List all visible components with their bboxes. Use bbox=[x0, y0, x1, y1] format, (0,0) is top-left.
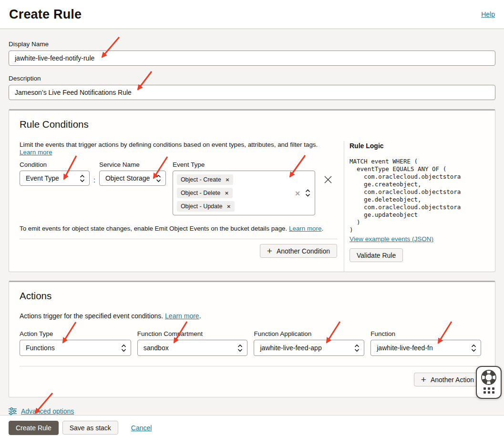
actions-learn-more-link[interactable]: Learn more bbox=[165, 312, 199, 320]
cancel-link[interactable]: Cancel bbox=[131, 424, 152, 432]
conditions-learn-more-link[interactable]: Learn more bbox=[20, 149, 52, 156]
event-type-tag: Object - Update ✕ bbox=[177, 201, 235, 212]
condition-select[interactable]: Event Type bbox=[20, 171, 90, 186]
page-header: Create Rule Help bbox=[0, 0, 504, 29]
tag-remove-icon[interactable]: ✕ bbox=[226, 204, 230, 209]
tag-remove-icon[interactable]: ✕ bbox=[226, 177, 229, 183]
action-type-value: Functions bbox=[26, 344, 55, 352]
chevron-up-down-icon bbox=[156, 174, 161, 183]
rule-conditions-intro: Limit the events that trigger actions by… bbox=[20, 141, 337, 156]
description-label: Description bbox=[9, 75, 495, 82]
create-rule-page: Create Rule Help Display Name Descriptio… bbox=[0, 0, 504, 436]
emit-events-note-text: To emit events for object state changes,… bbox=[20, 225, 287, 232]
another-condition-button[interactable]: + Another Condition bbox=[260, 244, 337, 258]
function-application-select[interactable]: jawhite-live-feed-app bbox=[254, 340, 364, 356]
event-type-tag: Object - Delete ✕ bbox=[177, 188, 233, 198]
emit-events-note: To emit events for object state changes,… bbox=[20, 225, 337, 232]
chevron-up-down-icon bbox=[471, 344, 476, 352]
page-title: Create Rule bbox=[9, 7, 82, 22]
tag-label: Object - Delete bbox=[181, 190, 220, 196]
function-compartment-label: Function Compartment bbox=[137, 330, 248, 337]
advanced-options-link[interactable]: Advanced options bbox=[21, 407, 74, 415]
tag-label: Object - Create bbox=[181, 176, 221, 183]
service-name-label: Service Name bbox=[99, 161, 166, 168]
main-content: Display Name Description Rule Conditions… bbox=[0, 29, 504, 415]
actions-intro: Actions trigger for the specified event … bbox=[20, 312, 481, 320]
function-value: jawhite-live-feed-fn bbox=[377, 344, 433, 352]
condition-value: Event Type bbox=[26, 174, 59, 182]
function-application-value: jawhite-live-feed-app bbox=[260, 344, 321, 352]
sliders-icon bbox=[9, 407, 17, 415]
rule-logic-code: MATCH event WHERE ( eventType EQUALS ANY… bbox=[350, 158, 490, 234]
plus-icon: + bbox=[421, 375, 426, 384]
rule-logic-title: Rule Logic bbox=[350, 142, 490, 150]
clear-x-icon[interactable]: ✕ bbox=[295, 189, 300, 197]
condition-separator: : bbox=[93, 176, 95, 184]
another-condition-label: Another Condition bbox=[277, 247, 330, 255]
conditions-divider bbox=[20, 239, 337, 239]
function-group: Function jawhite-live-feed-fn bbox=[370, 330, 481, 356]
chevron-up-down-icon bbox=[237, 344, 243, 352]
action-type-label: Action Type bbox=[20, 330, 131, 337]
chevron-up-down-icon bbox=[121, 344, 126, 352]
condition-label: Condition bbox=[20, 161, 90, 168]
validate-rule-button[interactable]: Validate Rule bbox=[350, 248, 403, 262]
validate-rule-label: Validate Rule bbox=[357, 252, 396, 259]
actions-intro-suffix: . bbox=[199, 312, 201, 320]
view-example-events-link[interactable]: View example events (JSON) bbox=[350, 235, 433, 243]
another-action-label: Another Action bbox=[431, 376, 474, 384]
tag-label: Object - Update bbox=[181, 203, 223, 210]
function-label: Function bbox=[370, 330, 481, 337]
note-suffix: . bbox=[321, 225, 323, 232]
footer-bar: Create Rule Save as stack Cancel bbox=[0, 415, 504, 436]
function-select[interactable]: jawhite-live-feed-fn bbox=[370, 340, 481, 356]
event-type-group: Event Type Object - Create ✕ Object - De… bbox=[173, 161, 315, 215]
chevron-up-down-icon bbox=[80, 174, 85, 183]
service-name-group: Service Name Object Storage bbox=[99, 161, 166, 186]
function-application-group: Function Application jawhite-live-feed-a… bbox=[254, 330, 364, 356]
event-type-tag: Object - Create ✕ bbox=[177, 174, 233, 185]
action-type-select[interactable]: Functions bbox=[20, 340, 131, 356]
rule-conditions-title: Rule Conditions bbox=[9, 111, 495, 130]
action-type-group: Action Type Functions bbox=[20, 330, 131, 356]
close-x-icon[interactable] bbox=[324, 175, 332, 184]
help-widget[interactable] bbox=[476, 366, 502, 399]
event-type-label: Event Type bbox=[173, 161, 315, 168]
tag-remove-icon[interactable]: ✕ bbox=[225, 191, 228, 196]
rule-conditions-intro-text: Limit the events that trigger actions by… bbox=[20, 141, 318, 148]
actions-intro-text: Actions trigger for the specified event … bbox=[20, 312, 163, 320]
display-name-input[interactable] bbox=[9, 51, 495, 66]
help-link[interactable]: Help bbox=[481, 10, 495, 18]
service-name-value: Object Storage bbox=[105, 174, 150, 182]
chevron-up-down-icon[interactable] bbox=[305, 189, 310, 197]
another-action-button[interactable]: + Another Action bbox=[414, 373, 481, 386]
save-as-stack-button[interactable]: Save as stack bbox=[62, 421, 118, 435]
description-field-block: Description bbox=[9, 75, 495, 100]
chevron-up-down-icon bbox=[354, 344, 360, 352]
note-learn-more-link[interactable]: Learn more bbox=[289, 225, 321, 232]
function-compartment-value: sandbox bbox=[144, 344, 169, 352]
plus-icon: + bbox=[267, 246, 272, 255]
actions-divider bbox=[20, 366, 481, 366]
advanced-options-row: Advanced options bbox=[9, 406, 495, 415]
service-name-select[interactable]: Object Storage bbox=[99, 171, 166, 186]
rule-conditions-form: Limit the events that trigger actions by… bbox=[9, 141, 344, 272]
rule-logic-panel: Rule Logic MATCH event WHERE ( eventType… bbox=[344, 141, 495, 272]
function-compartment-select[interactable]: sandbox bbox=[137, 340, 248, 356]
actions-card: Actions Actions trigger for the specifie… bbox=[9, 281, 495, 397]
display-name-field-block: Display Name bbox=[9, 41, 495, 66]
actions-title: Actions bbox=[9, 282, 495, 302]
life-ring-icon[interactable] bbox=[481, 369, 497, 385]
grid-dots-icon[interactable] bbox=[483, 387, 494, 394]
create-rule-button[interactable]: Create Rule bbox=[9, 421, 59, 435]
condition-group: Condition Event Type bbox=[20, 161, 90, 186]
function-compartment-group: Function Compartment sandbox bbox=[137, 330, 248, 356]
event-type-multiselect[interactable]: Object - Create ✕ Object - Delete ✕ Obje… bbox=[173, 171, 315, 215]
function-application-label: Function Application bbox=[254, 330, 364, 337]
rule-conditions-card: Rule Conditions Limit the events that tr… bbox=[9, 109, 495, 272]
description-input[interactable] bbox=[9, 85, 495, 100]
display-name-label: Display Name bbox=[9, 41, 495, 48]
